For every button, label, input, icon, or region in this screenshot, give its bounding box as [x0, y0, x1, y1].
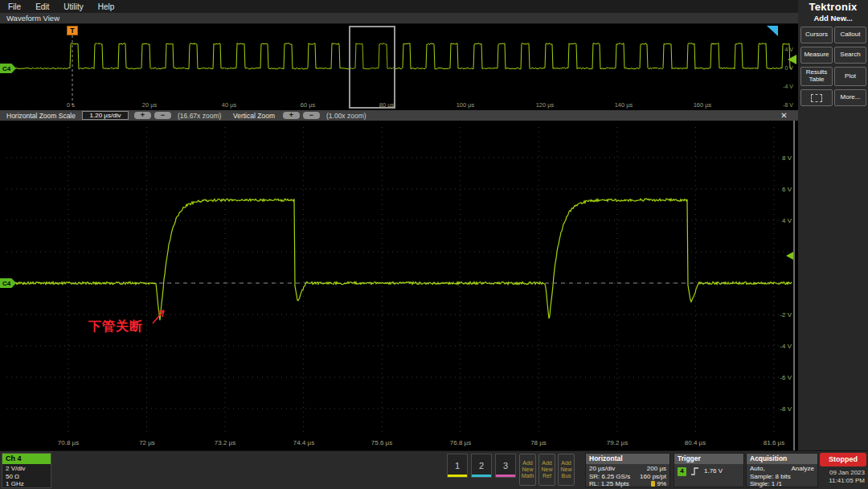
overview-time-label: 140 µs [615, 101, 633, 109]
waveform-overview: T C4 4 V 0 V -4 V -8 V 0 s 20 µs 40 µs 6… [0, 24, 798, 110]
overview-volt-label: 0 V [784, 65, 793, 71]
hzoom-decrease-button[interactable]: − [154, 112, 171, 119]
status-bar: Ch 4 2 V/div 50 Ω 1 GHz 1 2 3 Add New Ma… [0, 450, 868, 489]
measure-button[interactable]: Measure [800, 47, 833, 64]
add-ref-line: Add [542, 460, 551, 466]
callout-button[interactable]: Callout [834, 27, 866, 43]
channel2-button[interactable]: 2 [471, 454, 492, 478]
horizontal-title: Horizontal [586, 454, 669, 464]
add-ref-line: New [541, 466, 552, 473]
waveform-view-tab[interactable]: Waveform View [0, 13, 798, 24]
sample-rate: SR: 6.25 GS/s [589, 473, 630, 481]
horizontal-window: 200 µs [647, 465, 666, 473]
zoom-toolbar: Horizontal Zoom Scale 1.20 µs/div + − (1… [0, 110, 798, 121]
menu-bar: File Edit Utility Help [0, 0, 798, 13]
acquisition-mode: Auto, [750, 465, 765, 473]
trigger-panel[interactable]: Trigger 4 1.76 V [674, 453, 744, 487]
hzoom-increase-button[interactable]: + [134, 112, 151, 119]
acquisition-title: Acquisition [747, 454, 817, 464]
time-label: 70.8 µs [58, 439, 79, 446]
overview-time-label: 20 µs [142, 101, 158, 109]
overview-time-label: 40 µs [222, 101, 237, 109]
overview-time-label: 100 µs [457, 101, 475, 109]
add-math-line: Add [522, 460, 532, 466]
channel4-title: Ch 4 [2, 454, 51, 464]
hzoom-factor-label: (16.67x zoom) [178, 112, 221, 120]
overview-trigger-level-marker[interactable] [788, 55, 796, 64]
horizontal-zoom-scale-value[interactable]: 1.20 µs/div [82, 111, 129, 120]
record-position-icon [651, 481, 655, 487]
search-button[interactable]: Search [834, 47, 866, 64]
waveform-view-title: Waveform View [6, 14, 59, 23]
plot-button[interactable]: Plot [834, 67, 866, 86]
add-new-label: Add New... [798, 14, 868, 23]
channel2-color-bar [472, 475, 491, 477]
draw-a-box-button[interactable] [800, 89, 833, 106]
menu-edit[interactable]: Edit [35, 2, 49, 11]
acquisition-analyze: Analyze [792, 465, 814, 473]
channel1-label: 1 [455, 461, 460, 471]
rising-edge-icon [690, 466, 700, 476]
channel1-button[interactable]: 1 [447, 454, 468, 478]
volt-label: -8 V [780, 405, 792, 413]
horizontal-panel[interactable]: Horizontal 20 µs/div 200 µs SR: 6.25 GS/… [585, 453, 670, 487]
horizontal-scale: 20 µs/div [589, 465, 615, 473]
add-new-ref-button[interactable]: Add New Ref [538, 454, 555, 486]
more-button[interactable]: More... [834, 89, 866, 106]
add-math-line: Math [522, 473, 534, 479]
zoom-window-box[interactable] [349, 26, 395, 109]
annotation-arrow [153, 310, 164, 323]
menu-utility[interactable]: Utility [63, 2, 83, 11]
vzoom-increase-button[interactable]: + [283, 112, 300, 119]
cursors-button[interactable]: Cursors [800, 27, 833, 43]
callout-annotation[interactable]: 下管关断 [88, 318, 143, 335]
add-new-math-button[interactable]: Add New Math [519, 454, 536, 486]
zoom-handle-icon[interactable] [767, 26, 778, 36]
stopped-button[interactable]: Stopped [820, 453, 866, 466]
volt-label: -2 V [780, 311, 792, 318]
trigger-level-value: 1.76 V [704, 467, 723, 475]
overview-volt-label: -4 V [783, 84, 793, 89]
trigger-position-marker[interactable]: T [67, 26, 78, 35]
trigger-title: Trigger [674, 454, 743, 464]
channel1-color-bar [448, 475, 467, 477]
time-label: 79.2 µs [607, 439, 628, 446]
vertical-zoom-label: Vertical Zoom [233, 112, 275, 120]
volt-label: 8 V [782, 154, 792, 162]
menu-file[interactable]: File [8, 2, 21, 11]
overview-plot [0, 24, 798, 110]
close-zoom-icon[interactable]: ✕ [779, 110, 789, 121]
draw-a-box-icon [811, 94, 822, 102]
right-sidebar: Add New... Cursors Callout Measure Searc… [798, 13, 868, 450]
acquisition-panel[interactable]: Acquisition Auto, Analyze Sample: 8 bits… [746, 453, 818, 487]
oscilloscope-app: File Edit Utility Help Tektronix Wavefor… [0, 0, 868, 489]
vzoom-decrease-button[interactable]: − [303, 112, 320, 119]
time-label: 72 µs [139, 439, 155, 446]
zoom-waveform-view: C4 下管关断 8 V 6 V 4 V -2 V -4 V -6 V -8 V … [0, 121, 798, 450]
overview-trace [6, 43, 792, 69]
channel4-badge[interactable]: Ch 4 2 V/div 50 Ω 1 GHz [2, 453, 51, 488]
channel2-label: 2 [479, 461, 484, 471]
vzoom-factor-label: (1.00x zoom) [326, 112, 366, 120]
time-label: 76.8 µs [450, 439, 471, 446]
view-splitter[interactable] [793, 121, 795, 450]
results-table-button[interactable]: Results Table [800, 67, 833, 86]
overview-time-label: 160 µs [694, 101, 712, 109]
date-label: 09 Jan 2023 [829, 469, 865, 477]
acquisition-single: Single: 1 /1 [750, 480, 782, 488]
add-bus-line: Add [561, 460, 571, 466]
volt-label: 6 V [782, 186, 792, 193]
add-new-bus-button[interactable]: Add New Bus [558, 454, 575, 486]
time-label-clock: 11:41:05 PM [829, 477, 865, 485]
add-math-line: New [522, 466, 533, 473]
add-bus-line: Bus [561, 473, 571, 479]
overview-time-label: 60 µs [301, 101, 316, 109]
channel3-color-bar [496, 475, 515, 477]
main-trace [6, 199, 792, 320]
channel3-button[interactable]: 3 [495, 454, 516, 478]
add-ref-line: Ref [542, 473, 551, 479]
overview-volt-label: 4 V [784, 47, 793, 52]
overview-volt-label: -8 V [783, 102, 793, 108]
menu-help[interactable]: Help [98, 2, 115, 11]
sample-resolution: 160 ps/pt [640, 473, 666, 481]
